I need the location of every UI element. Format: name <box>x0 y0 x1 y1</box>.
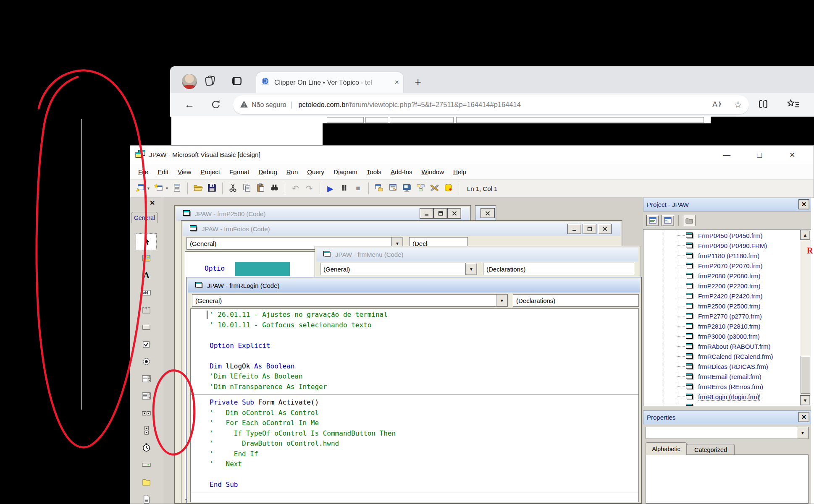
toolbox-tool-filelistbox[interactable] <box>136 492 156 504</box>
favorites-bar-icon[interactable] <box>787 99 799 110</box>
frmFotos-close-button[interactable] <box>598 224 612 234</box>
project-panel-header[interactable]: Project - JPAW <box>643 198 811 212</box>
maximize-button[interactable]: □ <box>751 149 768 161</box>
tab-actions-icon[interactable] <box>231 76 242 86</box>
toolbox-tool-label[interactable]: A <box>136 268 156 284</box>
toolbox-tool-dirlistbox[interactable] <box>136 475 156 491</box>
scrollbar-thumb[interactable] <box>801 356 810 394</box>
tab-close-icon[interactable]: × <box>394 78 399 87</box>
chevron-down-icon[interactable]: ▼ <box>465 263 477 275</box>
frmFotos-minimize-button[interactable] <box>567 224 581 234</box>
toolbox-tool-checkbox[interactable] <box>136 337 156 353</box>
toolbox-button[interactable] <box>429 183 440 194</box>
frmRLogin-code-editor[interactable]: ' 26.01.11 - Ajustes no gravação de term… <box>190 308 639 502</box>
project-tree-item[interactable]: frmRCalend (RCalend.frm) <box>643 351 795 361</box>
new-project-button[interactable] <box>134 183 146 194</box>
fragment-close-button[interactable] <box>481 208 495 218</box>
back-button[interactable]: ← <box>183 98 196 111</box>
tree-scrollbar[interactable]: ▲ ▼ <box>800 230 810 405</box>
properties-object-dropdown[interactable]: ▼ <box>646 427 809 439</box>
end-button[interactable]: ■ <box>352 183 364 194</box>
project-tree-item[interactable] <box>643 402 795 406</box>
menu-help[interactable]: Help <box>449 168 471 175</box>
tab-categorized[interactable]: Categorized <box>687 444 735 455</box>
properties-window-button[interactable] <box>387 183 399 194</box>
properties-list[interactable] <box>646 454 809 504</box>
project-tree-item[interactable]: frmRLogin (rlogin.frm) <box>643 392 795 402</box>
project-tree-item[interactable]: frmRAbout (RABOUT.frm) <box>643 341 795 351</box>
chevron-down-icon[interactable]: ▼ <box>496 295 507 306</box>
toolbox-tool-listbox[interactable] <box>136 389 156 405</box>
scroll-up-icon[interactable]: ▲ <box>800 230 810 240</box>
toolbox-tool-drivelistbox[interactable] <box>136 457 156 473</box>
frmP2500-close-button[interactable] <box>447 208 461 219</box>
menu-format[interactable]: Format <box>225 168 254 175</box>
project-tree-item[interactable]: frmP3000 (p3000.frm) <box>643 331 795 341</box>
save-button[interactable] <box>206 183 218 194</box>
start-button[interactable]: ▶ <box>325 183 336 194</box>
refresh-button[interactable] <box>209 98 223 111</box>
toolbox-tab-general[interactable]: General <box>131 212 158 223</box>
project-close-icon[interactable]: ✕ <box>798 199 809 209</box>
menu-edit[interactable]: Edit <box>153 168 173 175</box>
favorite-star-icon[interactable]: ☆ <box>734 99 742 110</box>
properties-close-icon[interactable]: ✕ <box>798 412 809 422</box>
menu-editor-button[interactable] <box>171 183 183 194</box>
object-browser-button[interactable] <box>415 183 426 194</box>
toolbox-close-icon[interactable]: ✕ <box>150 199 160 209</box>
project-tree-item[interactable]: frmRErros (RErros.frm) <box>643 381 795 392</box>
project-tree-item[interactable]: frmP2810 (P2810.frm) <box>643 321 795 331</box>
new-tab-button[interactable]: + <box>412 76 424 88</box>
toolbox-tool-combobox[interactable] <box>136 371 156 387</box>
code-window-frmRLogin[interactable]: JPAW - frmRLogin (Code) (General)▼ (Decl… <box>186 277 642 504</box>
view-object-button[interactable] <box>662 215 674 226</box>
menu-file[interactable]: File <box>134 168 153 175</box>
menu-view[interactable]: View <box>173 168 196 175</box>
toolbox-tool-optionbutton[interactable] <box>136 354 156 370</box>
workspaces-icon[interactable] <box>204 75 216 87</box>
tab-alphabetic[interactable]: Alphabetic <box>646 442 687 455</box>
frmMenu-procedure-dropdown[interactable]: (Declarations) <box>483 263 634 275</box>
form-layout-button[interactable] <box>401 183 412 194</box>
view-code-button[interactable] <box>646 215 659 226</box>
paste-button[interactable] <box>255 183 266 194</box>
project-tree-item[interactable]: FrmP0490 (P0490.FRM) <box>643 240 795 251</box>
chevron-down-icon[interactable]: ▼ <box>797 427 808 439</box>
menu-tools[interactable]: Tools <box>362 168 386 175</box>
project-tree-item[interactable]: FrmP0450 (P0450.frm) <box>643 230 795 240</box>
close-button[interactable]: ✕ <box>784 149 801 161</box>
project-tree-item[interactable]: frmP1180 (P1180.frm) <box>643 251 795 261</box>
read-aloud-icon[interactable]: A <box>711 99 725 111</box>
toolbox-tool-picturebox[interactable] <box>136 251 156 267</box>
frmFotos-title-bar[interactable]: JPAW - frmFotos (Code) <box>183 222 620 236</box>
project-explorer-button[interactable] <box>373 183 385 194</box>
menu-diagram[interactable]: Diagram <box>329 168 362 175</box>
minimize-button[interactable]: — <box>718 149 735 161</box>
toolbox-tool-vscrollbar[interactable] <box>136 423 156 439</box>
open-button[interactable] <box>192 183 204 194</box>
frmMenu-title-bar[interactable]: JPAW - frmMenu (Code) <box>316 248 638 261</box>
address-bar[interactable]: Não seguro | pctoledo.com.br/forum/viewt… <box>233 95 749 114</box>
project-tree-item[interactable]: FrmP2420 (P2420.frm) <box>643 291 795 301</box>
redo-button[interactable]: ↷ <box>304 183 315 194</box>
toggle-folders-button[interactable] <box>683 215 696 226</box>
toolbox-tool-textbox[interactable]: ab <box>136 285 156 301</box>
menu-add-ins[interactable]: Add-Ins <box>386 168 417 175</box>
project-tree[interactable]: ▲ ▼ FrmP0450 (P0450.frm)FrmP0490 (P0490.… <box>643 229 811 406</box>
scroll-down-icon[interactable]: ▼ <box>800 395 810 405</box>
project-tree-item[interactable]: FrmP2070 (P2070.frm) <box>643 261 795 271</box>
chevron-down-icon[interactable]: ▼ <box>147 186 150 191</box>
project-tree-item[interactable]: frmP2080 (P2080.frm) <box>643 271 795 281</box>
copy-button[interactable] <box>241 183 252 194</box>
toolbox-tool-frame[interactable]: xy <box>136 303 156 319</box>
frmFotos-restore-button[interactable] <box>583 224 596 234</box>
menu-window[interactable]: Window <box>417 168 449 175</box>
frmP2500-restore-button[interactable] <box>433 208 447 219</box>
menu-project[interactable]: Project <box>196 168 225 175</box>
frmRLogin-object-dropdown[interactable]: (General)▼ <box>192 294 508 307</box>
frmRLogin-procedure-dropdown[interactable]: (Declarations) <box>513 294 639 307</box>
undo-button[interactable]: ↶ <box>290 183 301 194</box>
profile-avatar[interactable] <box>182 74 197 89</box>
toolbox-tool-commandbutton[interactable] <box>136 320 156 336</box>
add-form-button[interactable] <box>153 183 164 194</box>
